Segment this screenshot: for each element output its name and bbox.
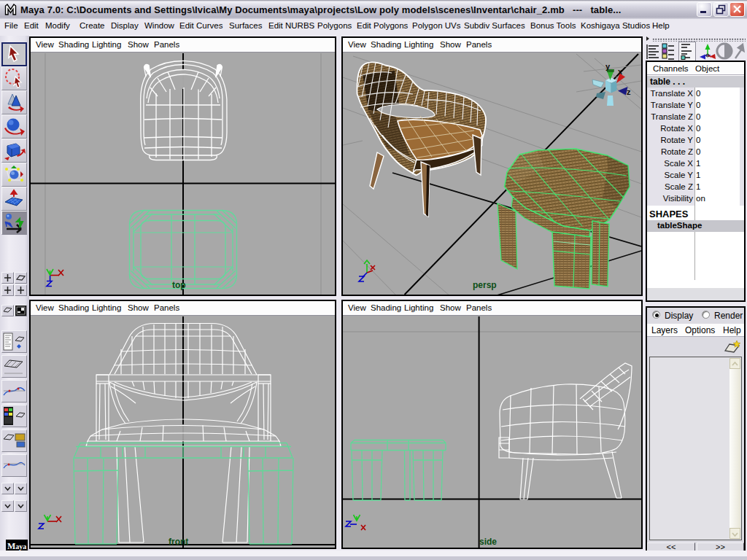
svg-text:x: x bbox=[618, 67, 623, 76]
svg-text:z: z bbox=[627, 88, 631, 96]
svg-text:Maya: Maya bbox=[7, 541, 26, 551]
svg-text:y: y bbox=[605, 62, 611, 71]
